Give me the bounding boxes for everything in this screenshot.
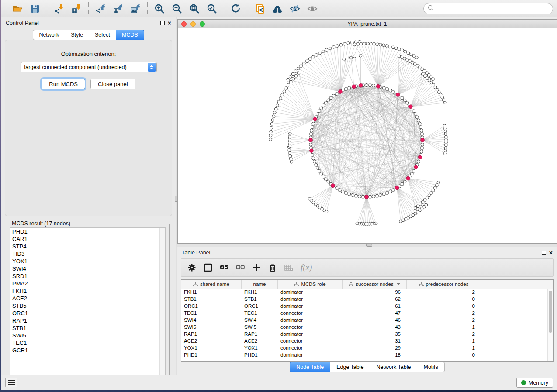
network-graph[interactable] [178,28,557,243]
table-row[interactable]: SWI4SWI4dominator462 [181,317,547,324]
tab-select[interactable]: Select [89,30,116,40]
cell-shared-name[interactable]: SWI4 [181,317,242,324]
result-item[interactable]: SWI5 [10,332,165,339]
table-row[interactable]: ACE2ACE2connector311 [181,338,547,345]
result-item[interactable]: TEC1 [10,339,165,347]
cell-name[interactable]: TEC1 [242,310,278,317]
tab-edge-table[interactable]: Edge Table [330,362,370,372]
maximize-window-icon[interactable] [200,21,205,27]
float-table-panel-icon[interactable] [542,251,546,255]
cell-predecessor-nodes[interactable]: 2 [407,310,481,317]
result-item[interactable]: ORC1 [10,309,165,317]
search-input[interactable] [434,6,549,12]
result-item[interactable]: RAP1 [10,317,165,324]
tab-motifs[interactable]: Motifs [417,362,444,372]
table-row[interactable]: FKH1FKH1dominator962 [181,289,547,296]
result-item[interactable]: STB1 [10,324,165,332]
cell-name[interactable]: ORC1 [242,303,278,310]
cell-MCDS-role[interactable]: dominator [278,289,343,296]
column-header-predecessor-nodes[interactable]: predecessor nodes [407,280,481,289]
cell-name[interactable]: YOX1 [242,345,278,352]
cell-predecessor-nodes[interactable]: 0 [407,296,481,303]
criterion-dropdown[interactable]: largest connected component (undirected) [21,62,157,72]
cell-successor-nodes[interactable]: 31 [343,338,407,345]
table-row[interactable]: TEC1TEC1connector472 [181,310,547,317]
tab-network[interactable]: Network [33,30,65,40]
cell-successor-nodes[interactable]: 18 [343,352,407,359]
result-list-scrollbar[interactable] [159,228,165,379]
result-item[interactable]: STB5 [10,302,165,309]
mcds-result-list[interactable]: PHD1CAR1STP4TID3YOX1SWI4SRD1PMA2FKH1ACE2… [10,227,166,379]
column-header-name[interactable]: name [242,280,278,289]
cell-predecessor-nodes[interactable]: 1 [407,338,481,345]
close-table-panel-icon[interactable]: × [549,251,553,255]
hide-selected-button[interactable] [289,3,301,14]
cell-MCDS-role[interactable]: connector [278,338,343,345]
add-button[interactable] [252,263,261,272]
cell-name[interactable]: SWI5 [242,324,278,331]
result-item[interactable]: FKH1 [10,287,165,295]
cell-name[interactable]: SWI4 [242,317,278,324]
cell-successor-nodes[interactable]: 47 [343,310,407,317]
export-network-button[interactable] [95,3,106,14]
cell-successor-nodes[interactable]: 62 [343,296,407,303]
cell-successor-nodes[interactable]: 29 [343,345,407,352]
result-item[interactable]: TID3 [10,250,165,258]
table-scrollbar[interactable] [547,289,553,361]
cell-predecessor-nodes[interactable]: 0 [407,352,481,359]
cell-name[interactable]: ACE2 [242,338,278,345]
table-scrollbar-thumb[interactable] [549,291,552,333]
cell-MCDS-role[interactable]: connector [278,345,343,352]
float-panel-icon[interactable] [160,21,165,25]
save-button[interactable] [29,3,41,14]
cell-successor-nodes[interactable]: 46 [343,317,407,324]
tab-style[interactable]: Style [65,30,89,40]
result-item[interactable]: SWI4 [10,265,165,272]
export-image-button[interactable] [130,3,141,14]
cell-shared-name[interactable]: TEC1 [181,310,242,317]
search-box[interactable] [423,3,553,14]
cell-name[interactable]: STB1 [242,296,278,303]
cell-shared-name[interactable]: PHD1 [181,352,242,359]
network-canvas[interactable] [178,28,557,243]
deselect-all-button[interactable] [236,263,245,272]
column-header-successor-nodes[interactable]: successor nodes [343,280,407,289]
table-row[interactable]: RAP1RAP1dominator352 [181,331,547,338]
import-table-button[interactable] [71,3,82,14]
minimize-window-icon[interactable] [190,21,196,27]
cell-predecessor-nodes[interactable]: 0 [407,303,481,310]
zoom-selected-button[interactable] [206,3,218,14]
cell-name[interactable]: RAP1 [242,331,278,338]
tab-node-table[interactable]: Node Table [290,362,330,372]
tab-mcds[interactable]: MCDS [116,30,144,40]
import-network-button[interactable] [53,3,65,14]
cell-successor-nodes[interactable]: 61 [343,303,407,310]
table-row[interactable]: STB1STB1dominator620 [181,296,547,303]
result-item[interactable]: YOX1 [10,258,165,265]
network-window-titlebar[interactable]: YPA_prune.txt_1 [178,20,557,28]
cell-name[interactable]: PHD1 [242,352,278,359]
memory-button[interactable]: Memory [516,378,553,388]
zoom-in-button[interactable] [154,3,165,14]
cell-successor-nodes[interactable]: 43 [343,324,407,331]
zoom-out-button[interactable] [171,3,183,14]
cell-MCDS-role[interactable]: dominator [278,331,343,338]
dropdown-stepper-icon[interactable] [148,63,156,72]
cell-shared-name[interactable]: ORC1 [181,303,242,310]
result-item[interactable]: PMA2 [10,280,165,287]
close-window-icon[interactable] [181,21,187,27]
column-header-MCDS-role[interactable]: MCDS role [278,280,343,289]
cell-shared-name[interactable]: STB1 [181,296,242,303]
cell-predecessor-nodes[interactable]: 2 [407,289,481,296]
run-mcds-button[interactable]: Run MCDS [42,79,85,89]
cell-MCDS-role[interactable]: dominator [278,296,343,303]
cell-shared-name[interactable]: YOX1 [181,345,242,352]
delete-table-button[interactable] [284,263,293,272]
result-item[interactable]: PHD1 [10,228,165,235]
cell-predecessor-nodes[interactable]: 1 [407,345,481,352]
result-item[interactable]: CAR1 [10,235,165,243]
cell-MCDS-role[interactable]: connector [278,324,343,331]
gear-button[interactable] [187,263,196,272]
tab-network-table[interactable]: Network Table [370,362,418,372]
horizontal-splitter-handle[interactable] [366,244,372,247]
